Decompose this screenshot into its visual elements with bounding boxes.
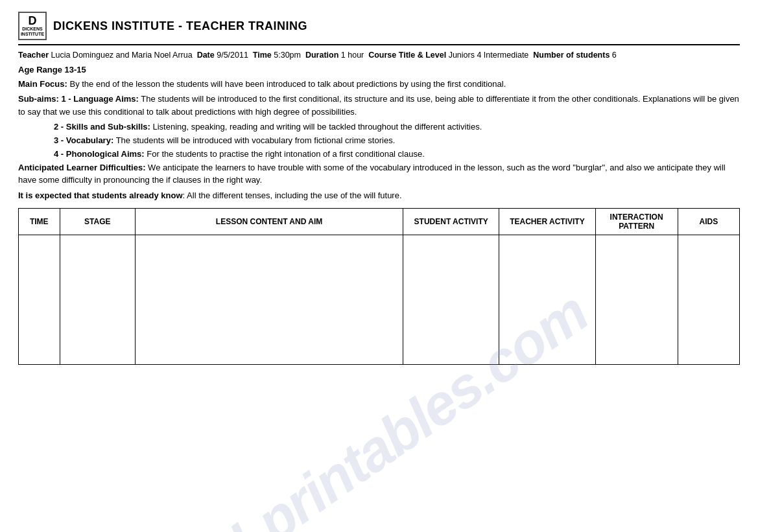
anticipated-label: Anticipated Learner Difficulties: [18,163,145,172]
time-value: 5:30pm [274,51,301,60]
course-value: Juniors 4 Intermediate [449,51,529,60]
teacher-label: Teacher [18,51,49,60]
logo-d-letter: D [29,15,37,27]
students-value: 6 [612,51,617,60]
age-range-value: 13-15 [65,65,86,75]
main-focus-section: Main Focus: By the end of the lesson the… [18,78,740,91]
duration-value: 1 hour [341,51,364,60]
sub-aims-item2-label: 2 - Skills and Sub-skills: [54,122,150,132]
cell-stage-1 [60,235,135,365]
age-range-label: Age Range [18,65,62,75]
cell-student-1 [403,235,499,365]
col-header-interaction: INTERACTION PATTERN [595,209,678,235]
expected-text: : All the different tenses, including th… [183,191,402,200]
sub-aims-item4-label: 4 - Phonological Aims: [54,149,145,159]
cell-lesson-1 [136,235,403,365]
anticipated-section: Anticipated Learner Difficulties: We ant… [18,161,740,187]
col-header-teacher: TEACHER ACTIVITY [499,209,595,235]
sub-aims-item3: 3 - Vocabulary: The students will be int… [54,134,740,148]
cell-aids-1 [678,235,739,365]
sub-aims-item4: 4 - Phonological Aims: For the students … [54,148,740,161]
students-label: Number of students [533,51,610,60]
main-focus-text: By the end of the lesson the students wi… [69,79,506,89]
lesson-table: TIME STAGE LESSON CONTENT AND AIM STUDEN… [18,208,740,365]
age-range: Age Range 13-15 [18,65,740,75]
sub-aims-item4-text: For the students to practise the right i… [147,149,425,159]
table-row [19,235,740,365]
sub-aims-item2-text: Listening, speaking, reading and writing… [152,122,482,132]
expected-section: It is expected that students already kno… [18,189,740,202]
lesson-table-container: TIME STAGE LESSON CONTENT AND AIM STUDEN… [18,208,740,365]
cell-time-1 [19,235,60,365]
expected-label: It is expected that students already kno… [18,191,183,200]
cell-teacher-1 [499,235,595,365]
table-header-row: TIME STAGE LESSON CONTENT AND AIM STUDEN… [19,209,740,235]
logo-box: D DICKENS INSTITUTE [18,12,47,40]
sub-aims-item3-label: 3 - Vocabulary: [54,135,113,145]
col-header-aids: AIDS [678,209,739,235]
date-value: 9/5/2011 [217,51,248,60]
date-label: Date [197,51,215,60]
cell-interaction-1 [595,235,678,365]
time-label: Time [253,51,272,60]
logo-sub-text: DICKENS INSTITUTE [19,27,45,36]
info-line: Teacher Lucia Dominguez and Maria Noel A… [18,49,740,62]
page-title: DICKENS INSTITUTE - TEACHER TRAINING [53,19,307,33]
course-label: Course Title & Level [368,51,446,60]
sub-aims-item3-text: The students will be introduced with voc… [116,135,396,145]
sub-aims-item2: 2 - Skills and Sub-skills: Listening, sp… [54,121,740,134]
main-focus-label: Main Focus: [18,79,67,89]
duration-label: Duration [305,51,338,60]
sub-aims-label: Sub-aims: [18,94,59,104]
teacher-value: Lucia Dominguez and Maria Noel Arrua [51,51,193,60]
col-header-student: STUDENT ACTIVITY [403,209,499,235]
sub-aims-section: Sub-aims: 1 - Language Aims: The student… [18,93,740,118]
header-row: D DICKENS INSTITUTE DICKENS INSTITUTE - … [18,12,740,45]
col-header-lesson: LESSON CONTENT AND AIM [136,209,403,235]
sub-aims-item1-label: 1 - Language Aims: [61,94,138,104]
col-header-stage: STAGE [60,209,135,235]
col-header-time: TIME [19,209,60,235]
